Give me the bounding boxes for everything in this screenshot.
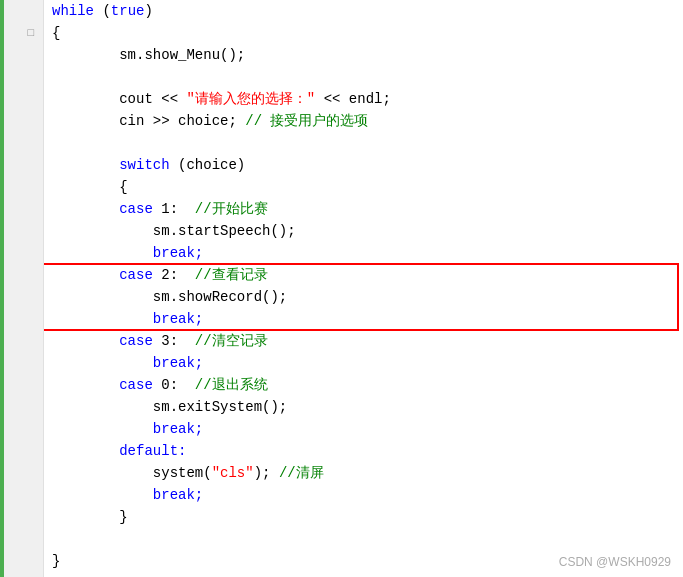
code-token: sm.show_Menu(); <box>119 44 245 66</box>
code-token: case <box>119 264 153 286</box>
code-line: break; <box>52 418 683 440</box>
code-token: } <box>119 506 127 528</box>
code-token: //清空记录 <box>195 330 268 352</box>
code-line <box>52 132 683 154</box>
code-line: break; <box>52 352 683 374</box>
code-token: ) <box>144 0 152 22</box>
gutter-line <box>4 44 39 66</box>
code-token: ); <box>254 462 279 484</box>
gutter-line <box>4 110 39 132</box>
code-token: switch <box>119 154 169 176</box>
code-lines: while (true){ sm.show_Menu(); cout << "请… <box>44 0 683 577</box>
code-line: break; <box>52 242 683 264</box>
code-line <box>52 66 683 88</box>
code-line: break; <box>52 308 683 330</box>
collapse-icon[interactable]: □ <box>27 27 34 39</box>
code-token: break; <box>153 352 203 374</box>
gutter-line <box>4 154 39 176</box>
code-line: while (true) <box>52 0 683 22</box>
code-line: case 3: //清空记录 <box>52 330 683 352</box>
code-token: system( <box>153 462 212 484</box>
code-token: << <box>153 88 187 110</box>
code-line: sm.startSpeech(); <box>52 220 683 242</box>
code-token: break; <box>153 484 203 506</box>
code-token: default: <box>119 440 186 462</box>
code-token: 1: <box>153 198 195 220</box>
code-token: 3: <box>153 330 195 352</box>
code-line: cin >> choice; // 接受用户的选项 <box>52 110 683 132</box>
gutter-line <box>4 396 39 418</box>
gutter-line <box>4 0 39 22</box>
code-token: } <box>52 550 60 572</box>
gutter-line <box>4 242 39 264</box>
code-token: cin <box>119 110 144 132</box>
gutter-line <box>4 440 39 462</box>
gutter-line <box>4 66 39 88</box>
code-line: system("cls"); //清屏 <box>52 462 683 484</box>
gutter-line <box>4 506 39 528</box>
code-token: "cls" <box>212 462 254 484</box>
code-token: //退出系统 <box>195 374 268 396</box>
gutter-line <box>4 220 39 242</box>
code-line: default: <box>52 440 683 462</box>
code-token: case <box>119 198 153 220</box>
code-token: //查看记录 <box>195 264 268 286</box>
code-line: } <box>52 506 683 528</box>
code-token: { <box>119 176 127 198</box>
line-gutter: □ <box>4 0 44 577</box>
code-token: case <box>119 374 153 396</box>
code-line: { <box>52 22 683 44</box>
gutter-line <box>4 308 39 330</box>
code-token: sm.startSpeech(); <box>153 220 296 242</box>
code-token: break; <box>153 308 203 330</box>
gutter-line <box>4 418 39 440</box>
gutter-line: □ <box>4 22 39 44</box>
code-line: { <box>52 176 683 198</box>
gutter-line <box>4 352 39 374</box>
code-line: cout << "请输入您的选择：" << endl; <box>52 88 683 110</box>
code-token: //清屏 <box>279 462 324 484</box>
code-token: 2: <box>153 264 195 286</box>
code-token: while <box>52 0 94 22</box>
gutter-line <box>4 286 39 308</box>
code-token: ( <box>94 0 111 22</box>
code-token: cout <box>119 88 153 110</box>
gutter-line <box>4 374 39 396</box>
code-token: case <box>119 330 153 352</box>
code-token: //开始比赛 <box>195 198 268 220</box>
gutter-line <box>4 462 39 484</box>
code-token: sm.exitSystem(); <box>153 396 287 418</box>
code-line: case 2: //查看记录 <box>52 264 683 286</box>
gutter-line <box>4 88 39 110</box>
code-token: >> choice; <box>144 110 236 132</box>
code-line: sm.exitSystem(); <box>52 396 683 418</box>
code-token: (choice) <box>170 154 246 176</box>
code-token: "请输入您的选择：" <box>186 88 315 110</box>
code-container: □ while (true){ sm.show_Menu(); cout << … <box>0 0 683 577</box>
gutter-line <box>4 484 39 506</box>
gutter-line <box>4 264 39 286</box>
code-token: // 接受用户的选项 <box>237 110 369 132</box>
code-line: switch (choice) <box>52 154 683 176</box>
gutter-line <box>4 198 39 220</box>
code-token: 0: <box>153 374 195 396</box>
gutter-line <box>4 550 39 572</box>
gutter-line <box>4 528 39 550</box>
gutter-line <box>4 330 39 352</box>
gutter-line <box>4 176 39 198</box>
code-line: break; <box>52 484 683 506</box>
code-token: break; <box>153 242 203 264</box>
code-line: sm.showRecord(); <box>52 286 683 308</box>
code-line <box>52 528 683 550</box>
code-line: sm.show_Menu(); <box>52 44 683 66</box>
code-token: true <box>111 0 145 22</box>
code-token: { <box>52 22 60 44</box>
gutter-line <box>4 132 39 154</box>
code-line: case 0: //退出系统 <box>52 374 683 396</box>
code-token: << endl; <box>315 88 391 110</box>
code-line: case 1: //开始比赛 <box>52 198 683 220</box>
code-token: sm.showRecord(); <box>153 286 287 308</box>
watermark: CSDN @WSKH0929 <box>559 555 671 569</box>
code-token: break; <box>153 418 203 440</box>
